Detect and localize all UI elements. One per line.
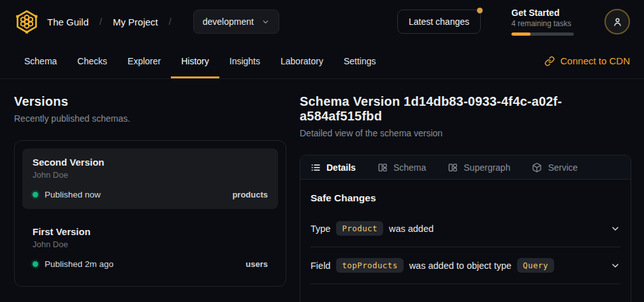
version-name: Second Version bbox=[33, 157, 268, 168]
detail-tab-schema[interactable]: Schema bbox=[377, 162, 426, 173]
breadcrumb-project[interactable]: My Project bbox=[113, 17, 158, 27]
code-badge: topProducts bbox=[336, 258, 403, 273]
connect-cdn-label: Connect to CDN bbox=[560, 55, 630, 66]
get-started-subtitle: 4 remaining tasks bbox=[511, 19, 574, 28]
published-dot-icon bbox=[33, 192, 38, 198]
detail-tab-service[interactable]: Service bbox=[532, 162, 578, 173]
tab-settings[interactable]: Settings bbox=[333, 43, 386, 78]
tab-history[interactable]: History bbox=[171, 43, 219, 78]
user-menu-button[interactable] bbox=[604, 9, 630, 34]
version-status-row: Published now products bbox=[33, 190, 268, 199]
main-nav: Schema Checks Explorer History Insights … bbox=[0, 43, 644, 79]
change-row[interactable]: Type Product was added bbox=[311, 210, 620, 247]
schema-version-title: Schema Version 1d14db83-0933-4f4c-a02f-a… bbox=[300, 94, 631, 124]
schema-version-detail: Details Schema Sup bbox=[300, 155, 631, 302]
code-badge: Query bbox=[517, 258, 554, 273]
breadcrumb-separator: / bbox=[99, 17, 102, 27]
link-icon bbox=[545, 56, 555, 66]
target-select[interactable]: development bbox=[193, 10, 279, 34]
version-author: John Doe bbox=[33, 170, 268, 180]
hive-logo-icon[interactable] bbox=[14, 9, 40, 34]
detail-tab-label: Schema bbox=[393, 162, 426, 173]
tab-checks[interactable]: Checks bbox=[67, 43, 117, 78]
breadcrumb-org[interactable]: The Guild bbox=[47, 17, 89, 27]
change-text: Field bbox=[311, 261, 330, 271]
schema-version-subtitle: Detailed view of the schema version bbox=[300, 128, 631, 138]
target-select-value: development bbox=[203, 17, 254, 27]
schema-version-panel: Schema Version 1d14db83-0933-4f4c-a02f-a… bbox=[300, 94, 631, 302]
header-right: Latest changes Get Started 4 remaining t… bbox=[397, 8, 630, 36]
change-text: Type bbox=[311, 224, 330, 234]
versions-title: Versions bbox=[14, 94, 286, 109]
progress-fill bbox=[511, 32, 531, 36]
version-status: Published now bbox=[45, 190, 101, 199]
published-dot-icon bbox=[33, 261, 38, 267]
detail-tab-label: Supergraph bbox=[464, 162, 510, 173]
detail-tab-label: Service bbox=[548, 162, 578, 173]
main-content: Versions Recently published schemas. Sec… bbox=[0, 79, 644, 302]
cube-icon bbox=[532, 162, 542, 173]
columns-icon bbox=[377, 162, 388, 173]
get-started-title: Get Started bbox=[511, 8, 574, 18]
change-text: was added to object type bbox=[409, 261, 511, 271]
tab-schema[interactable]: Schema bbox=[14, 43, 67, 78]
detail-tabs: Details Schema Sup bbox=[300, 155, 631, 180]
change-text: was added bbox=[389, 224, 434, 234]
version-name: First Version bbox=[33, 226, 268, 237]
detail-tab-label: Details bbox=[326, 162, 356, 173]
version-service: products bbox=[232, 190, 268, 199]
tab-insights[interactable]: Insights bbox=[219, 43, 270, 78]
version-service: users bbox=[245, 259, 268, 269]
safe-changes-heading: Safe Changes bbox=[311, 192, 620, 204]
columns-icon bbox=[448, 162, 458, 173]
tab-laboratory[interactable]: Laboratory bbox=[270, 43, 333, 78]
app-header: The Guild / My Project / development Lat… bbox=[0, 0, 644, 43]
version-list-item[interactable]: Second Version John Doe Published now pr… bbox=[22, 148, 278, 209]
chevron-down-icon[interactable] bbox=[610, 224, 620, 234]
detail-body: Safe Changes Type Product was added Fiel… bbox=[300, 180, 631, 284]
version-list-item[interactable]: First Version John Doe Published 2m ago … bbox=[22, 218, 278, 278]
versions-list: Second Version John Doe Published now pr… bbox=[14, 140, 286, 287]
change-row[interactable]: Field topProducts was added to object ty… bbox=[311, 247, 620, 284]
chevron-down-icon[interactable] bbox=[610, 261, 620, 271]
detail-tab-supergraph[interactable]: Supergraph bbox=[448, 162, 510, 173]
versions-panel: Versions Recently published schemas. Sec… bbox=[14, 94, 286, 302]
latest-changes-button[interactable]: Latest changes bbox=[397, 10, 481, 34]
detail-tab-details[interactable]: Details bbox=[311, 162, 356, 173]
user-icon bbox=[612, 17, 623, 27]
get-started-widget[interactable]: Get Started 4 remaining tasks bbox=[511, 8, 574, 36]
get-started-progress-bar bbox=[511, 32, 574, 36]
version-status: Published 2m ago bbox=[45, 259, 113, 269]
tab-explorer[interactable]: Explorer bbox=[117, 43, 171, 78]
latest-changes-label: Latest changes bbox=[409, 17, 469, 27]
code-badge: Product bbox=[336, 221, 383, 236]
version-author: John Doe bbox=[33, 240, 268, 249]
connect-cdn-link[interactable]: Connect to CDN bbox=[545, 43, 630, 78]
chevron-down-icon bbox=[261, 18, 270, 26]
breadcrumb-separator: / bbox=[169, 17, 172, 27]
version-status-row: Published 2m ago users bbox=[33, 259, 268, 269]
notification-dot bbox=[477, 8, 483, 13]
list-icon bbox=[311, 162, 321, 173]
versions-subtitle: Recently published schemas. bbox=[14, 113, 286, 124]
